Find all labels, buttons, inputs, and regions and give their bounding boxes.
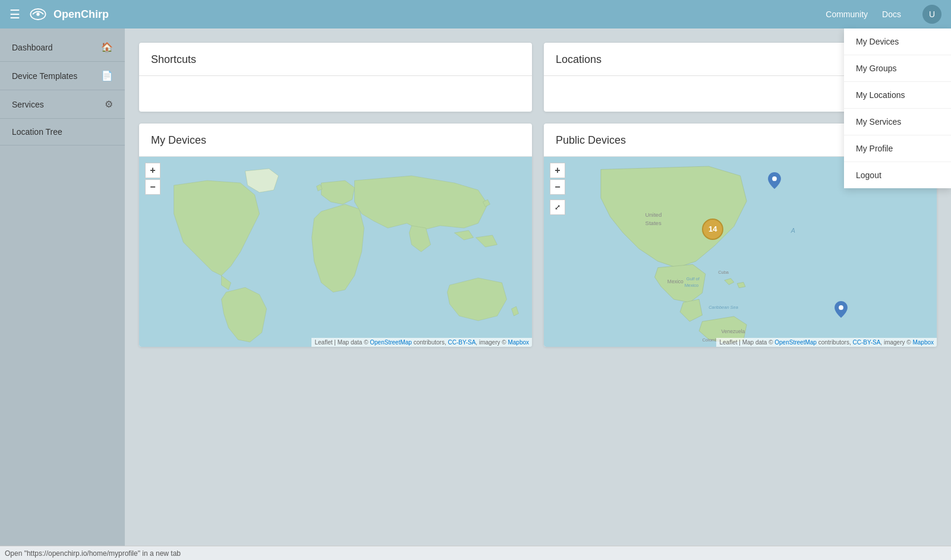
public-devices-zoom-in[interactable]: + <box>550 163 565 178</box>
public-devices-map-attribution: Leaflet | Map data © OpenStreetMap contr… <box>716 338 937 347</box>
user-initial: U <box>929 10 935 19</box>
brand-name: OpenChirp <box>53 8 109 21</box>
navbar: ☰ OpenChirp Community Docs U My Devices … <box>0 0 951 29</box>
fullscreen-icon: ⤢ <box>555 203 560 211</box>
cluster-marker-14[interactable]: 14 <box>702 219 723 240</box>
status-bar-text: Open "https://openchirp.io/home/myprofil… <box>5 549 181 558</box>
svg-point-15 <box>839 305 843 310</box>
svg-text:Gulf of: Gulf of <box>687 276 700 281</box>
svg-text:Mexico: Mexico <box>685 283 699 288</box>
sidebar-label-location-tree: Location Tree <box>12 127 62 137</box>
dropdown-item-my-services[interactable]: My Services <box>844 109 951 135</box>
pin-marker-bottom[interactable] <box>835 301 848 320</box>
world-map-svg <box>139 157 532 347</box>
svg-text:States: States <box>645 220 662 226</box>
sidebar-item-services[interactable]: Services ⚙ <box>0 90 125 119</box>
my-devices-zoom-in[interactable]: + <box>145 163 160 178</box>
home-icon: 🏠 <box>101 42 113 53</box>
svg-text:Caribbean Sea: Caribbean Sea <box>708 305 738 310</box>
sidebar-label-dashboard: Dashboard <box>12 43 53 52</box>
svg-point-14 <box>772 176 777 181</box>
my-devices-map-attribution: Leaflet | Map data © OpenStreetMap contr… <box>311 338 532 347</box>
sidebar-label-device-templates: Device Templates <box>12 71 77 81</box>
cluster-count: 14 <box>708 224 717 233</box>
dropdown-item-my-groups[interactable]: My Groups <box>844 55 951 82</box>
my-devices-map-controls: + − <box>145 163 160 195</box>
layout: Dashboard 🏠 Device Templates 📄 Services … <box>0 29 951 560</box>
public-devices-map-controls: + − <box>550 163 565 195</box>
status-bar: Open "https://openchirp.io/home/myprofil… <box>0 546 951 560</box>
hamburger-button[interactable]: ☰ <box>10 7 20 21</box>
shortcuts-card-header: Shortcuts <box>139 43 532 76</box>
document-icon: 📄 <box>101 70 113 81</box>
cards-grid: Shortcuts Locations My Devices <box>139 43 937 347</box>
brand-logo <box>27 6 49 23</box>
map-pin-top <box>768 172 781 189</box>
shortcuts-card-body <box>139 76 532 112</box>
dropdown-item-my-profile[interactable]: My Profile <box>844 135 951 162</box>
my-devices-card-body: + − Leaflet | Map data © OpenStreetMap c… <box>139 157 532 347</box>
my-devices-map[interactable]: + − Leaflet | Map data © OpenStreetMap c… <box>139 157 532 347</box>
svg-text:Cuba: Cuba <box>718 270 729 275</box>
svg-point-1 <box>36 12 39 15</box>
gear-icon: ⚙ <box>105 99 113 110</box>
map-pin-bottom <box>835 301 848 318</box>
sidebar: Dashboard 🏠 Device Templates 📄 Services … <box>0 29 125 560</box>
main-content: Shortcuts Locations My Devices <box>125 29 951 560</box>
svg-text:United: United <box>645 211 662 218</box>
community-link[interactable]: Community <box>826 10 868 19</box>
pin-marker-top[interactable] <box>768 172 781 191</box>
shortcuts-card: Shortcuts <box>139 43 532 112</box>
my-devices-card-header: My Devices <box>139 124 532 157</box>
my-devices-zoom-out[interactable]: − <box>145 179 160 195</box>
sidebar-item-dashboard[interactable]: Dashboard 🏠 <box>0 33 125 62</box>
public-devices-fullscreen[interactable]: ⤢ <box>550 200 565 215</box>
brand: OpenChirp <box>27 6 826 23</box>
public-devices-zoom-out[interactable]: − <box>550 179 565 195</box>
svg-text:Venezuela: Venezuela <box>722 328 745 334</box>
my-devices-card: My Devices <box>139 124 532 347</box>
dropdown-item-my-locations[interactable]: My Locations <box>844 82 951 109</box>
sidebar-item-location-tree[interactable]: Location Tree <box>0 119 125 145</box>
dropdown-menu: My Devices My Groups My Locations My Ser… <box>844 29 951 188</box>
sidebar-label-services: Services <box>12 100 44 109</box>
dropdown-item-logout[interactable]: Logout <box>844 162 951 188</box>
user-avatar[interactable]: U <box>922 5 941 24</box>
navbar-links: Community Docs U <box>826 5 941 24</box>
sidebar-item-device-templates[interactable]: Device Templates 📄 <box>0 62 125 90</box>
svg-text:Mexico: Mexico <box>667 279 684 284</box>
svg-text:A: A <box>791 227 795 234</box>
docs-link[interactable]: Docs <box>882 10 901 19</box>
dropdown-item-my-devices[interactable]: My Devices <box>844 29 951 55</box>
